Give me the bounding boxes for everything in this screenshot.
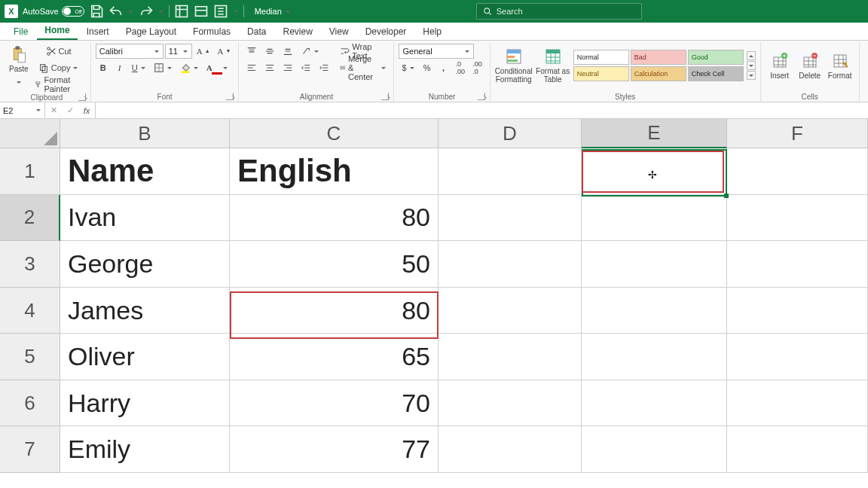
autosum-button[interactable]: Σ — [864, 44, 868, 59]
row-header-5[interactable]: 5 — [0, 334, 60, 380]
decrease-indent-button[interactable] — [298, 60, 314, 75]
tab-insert[interactable]: Insert — [79, 23, 117, 40]
font-size-combo[interactable]: 11 — [165, 44, 192, 59]
cell-f4[interactable] — [727, 288, 868, 334]
cell-d6[interactable] — [439, 380, 582, 427]
cell-e4[interactable] — [582, 288, 727, 334]
col-header-f[interactable]: F — [727, 119, 868, 148]
cell-b1[interactable]: Name — [60, 148, 230, 195]
cell-e7[interactable] — [582, 426, 727, 473]
align-center-button[interactable] — [261, 60, 278, 75]
cell-c7[interactable]: 77 — [230, 426, 439, 473]
row-header-6[interactable]: 6 — [0, 380, 60, 427]
tab-view[interactable]: View — [322, 23, 356, 40]
cell-c3[interactable]: 50 — [230, 241, 439, 288]
cell-c4[interactable]: 80 — [230, 288, 439, 334]
format-as-table-button[interactable]: Format as Table — [534, 44, 572, 87]
bold-button[interactable]: B — [96, 60, 111, 75]
col-header-e[interactable]: E — [582, 119, 727, 148]
style-calculation[interactable]: Calculation — [631, 66, 686, 81]
style-normal[interactable]: Normal — [573, 50, 629, 65]
document-name[interactable]: Median — [255, 4, 291, 19]
row-header-2[interactable]: 2 — [0, 195, 60, 242]
cell-c1[interactable]: English — [230, 148, 439, 195]
borders-button[interactable] — [151, 60, 176, 75]
cell-b6[interactable]: Harry — [60, 380, 230, 427]
increase-decimal-button[interactable]: .0.00 — [453, 60, 469, 75]
percent-button[interactable]: % — [420, 60, 435, 75]
tab-file[interactable]: File — [6, 23, 35, 40]
search-input[interactable]: Search — [476, 3, 642, 20]
font-name-combo[interactable]: Calibri — [96, 44, 164, 59]
fill-color-button[interactable] — [177, 60, 202, 75]
undo-icon[interactable] — [108, 4, 124, 19]
tab-help[interactable]: Help — [415, 23, 449, 40]
cell-d2[interactable] — [439, 195, 582, 242]
accounting-button[interactable]: $ — [399, 60, 417, 75]
cancel-formula-button[interactable]: ✕ — [45, 103, 62, 118]
worksheet-grid[interactable]: 1 2 3 4 5 6 7 B C D E F Name English Iva… — [0, 119, 868, 473]
paste-button[interactable]: Paste — [8, 46, 30, 90]
orientation-button[interactable] — [298, 44, 322, 59]
style-neutral[interactable]: Neutral — [573, 66, 629, 81]
align-left-button[interactable] — [243, 60, 260, 75]
save-icon[interactable] — [89, 4, 104, 19]
cell-d5[interactable] — [439, 334, 582, 380]
dialog-launcher-icon[interactable] — [226, 93, 234, 100]
enter-formula-button[interactable]: ✓ — [62, 103, 78, 118]
cell-d7[interactable] — [439, 426, 582, 473]
cell-b2[interactable]: Ivan — [60, 195, 230, 242]
increase-font-button[interactable]: A▲ — [194, 44, 213, 59]
italic-button[interactable]: I — [112, 60, 127, 75]
cell-f3[interactable] — [727, 241, 868, 288]
cell-d1[interactable] — [439, 148, 582, 195]
cell-b3[interactable]: George — [60, 241, 230, 288]
row-header-1[interactable]: 1 — [0, 148, 60, 195]
cell-e1[interactable] — [582, 148, 727, 195]
cell-c6[interactable]: 70 — [230, 380, 439, 427]
increase-indent-button[interactable] — [316, 60, 332, 75]
tab-page-layout[interactable]: Page Layout — [118, 23, 184, 40]
align-top-button[interactable] — [243, 44, 260, 59]
formula-input[interactable] — [96, 102, 868, 118]
dialog-launcher-icon[interactable] — [78, 93, 86, 101]
cell-c5[interactable]: 65 — [230, 334, 439, 380]
tab-formulas[interactable]: Formulas — [185, 23, 238, 40]
number-format-combo[interactable]: General — [399, 44, 474, 59]
gallery-scroll[interactable] — [747, 51, 756, 80]
dialog-launcher-icon[interactable] — [381, 93, 389, 100]
col-header-b[interactable]: B — [60, 119, 230, 148]
style-good[interactable]: Good — [688, 50, 744, 65]
merge-center-button[interactable]: Merge & Center — [337, 60, 389, 75]
cell-b4[interactable]: James — [60, 288, 230, 334]
chevron-down-icon[interactable] — [35, 103, 41, 118]
cell-c2[interactable]: 80 — [230, 195, 439, 242]
decrease-font-button[interactable]: A▼ — [215, 44, 234, 59]
qat-dropdown[interactable] — [233, 4, 239, 19]
paste-dropdown[interactable] — [16, 75, 22, 90]
underline-button[interactable]: U — [129, 60, 149, 75]
tab-home[interactable]: Home — [37, 22, 77, 40]
cut-button[interactable]: Cut — [32, 44, 86, 59]
cell-styles-gallery[interactable]: Normal Bad Good Neutral Calculation Chec… — [573, 50, 744, 81]
align-bottom-button[interactable] — [280, 44, 296, 59]
col-header-c[interactable]: C — [230, 119, 439, 148]
tab-developer[interactable]: Developer — [358, 23, 414, 40]
name-box[interactable]: E2 — [0, 102, 45, 118]
autosave-toggle[interactable]: AutoSave Off — [23, 6, 84, 17]
cell-f1[interactable] — [727, 148, 868, 195]
tab-review[interactable]: Review — [275, 23, 319, 40]
row-header-7[interactable]: 7 — [0, 426, 60, 473]
gallery-down-icon[interactable] — [747, 61, 756, 70]
cell-e5[interactable] — [582, 334, 727, 380]
cell-d3[interactable] — [439, 241, 582, 288]
clear-button[interactable] — [864, 77, 868, 92]
qat-btn-3[interactable] — [213, 4, 228, 19]
format-cells-button[interactable]: Format — [826, 44, 854, 87]
undo-dropdown[interactable] — [128, 4, 134, 19]
fill-button[interactable] — [864, 60, 868, 75]
style-bad[interactable]: Bad — [631, 50, 686, 65]
cell-e2[interactable] — [582, 195, 727, 242]
decrease-decimal-button[interactable]: .00.0 — [469, 60, 485, 75]
comma-button[interactable]: , — [436, 60, 451, 75]
